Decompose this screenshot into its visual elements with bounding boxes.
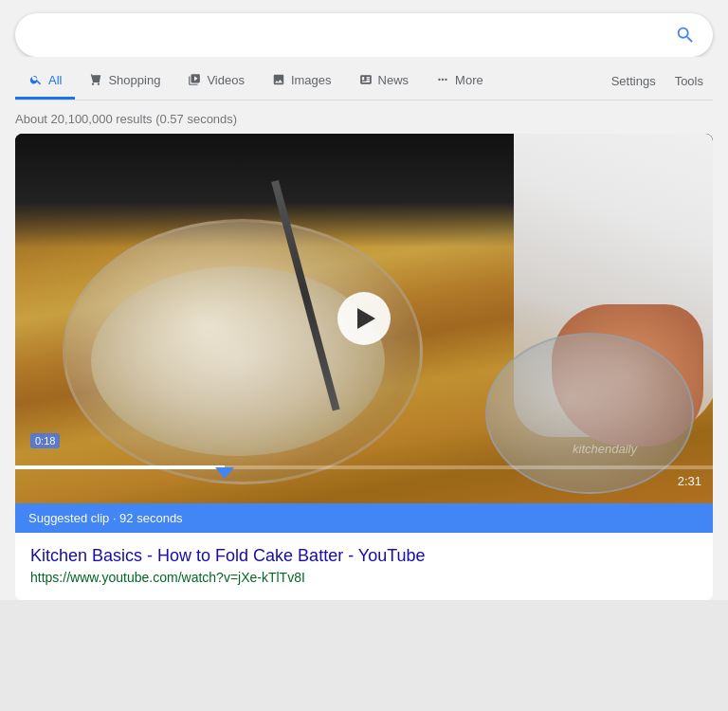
tab-all-label: All (48, 73, 62, 87)
scene-bowl2 (485, 333, 694, 494)
nav-tabs: All Shopping Videos Images News (15, 57, 713, 100)
progress-fill (15, 465, 225, 469)
tab-more-label: More (455, 73, 483, 87)
tab-news-label: News (378, 73, 410, 87)
tab-news[interactable]: News (345, 63, 423, 100)
search-bar: how to stir cake batter (15, 13, 713, 57)
video-thumbnail[interactable]: kitchendaily 0:18 2:31 (15, 134, 713, 503)
tab-more[interactable]: More (422, 63, 497, 100)
tab-shopping-label: Shopping (108, 73, 160, 87)
shopping-icon (88, 72, 103, 87)
time-badge: 0:18 (30, 433, 60, 448)
video-duration: 2:31 (678, 474, 701, 488)
page-wrapper: how to stir cake batter All Shopping Vid… (0, 0, 728, 600)
search-icon (675, 25, 696, 46)
tab-shopping[interactable]: Shopping (75, 63, 173, 100)
video-info: Kitchen Basics - How to Fold Cake Batter… (15, 533, 713, 600)
tab-images[interactable]: Images (258, 63, 345, 100)
suggested-clip-banner: Suggested clip · 92 seconds (15, 503, 713, 533)
play-button[interactable] (337, 292, 391, 345)
watermark: kitchendaily (573, 442, 637, 456)
scene-bowl (63, 219, 423, 484)
video-card: kitchendaily 0:18 2:31 Suggested clip · … (15, 134, 713, 600)
images-icon (271, 72, 286, 87)
tab-videos[interactable]: Videos (173, 63, 258, 100)
settings-link[interactable]: Settings (602, 64, 665, 98)
tab-videos-label: Videos (207, 73, 245, 87)
progress-bar[interactable] (15, 465, 713, 469)
more-dots-icon (435, 72, 450, 87)
search-input[interactable]: how to stir cake batter (32, 27, 675, 44)
tab-all[interactable]: All (15, 63, 75, 100)
news-icon (358, 72, 373, 87)
videos-icon (187, 72, 202, 87)
tools-link[interactable]: Tools (665, 64, 713, 98)
all-icon (28, 72, 44, 87)
search-button[interactable] (675, 25, 696, 46)
video-title[interactable]: Kitchen Basics - How to Fold Cake Batter… (30, 546, 698, 566)
play-triangle-icon (357, 308, 375, 329)
tab-images-label: Images (291, 73, 332, 87)
results-summary: About 20,100,000 results (0.57 seconds) (15, 100, 713, 134)
progress-indicator (215, 467, 234, 479)
video-url[interactable]: https://www.youtube.com/watch?v=jXe-kTlT… (30, 570, 698, 585)
